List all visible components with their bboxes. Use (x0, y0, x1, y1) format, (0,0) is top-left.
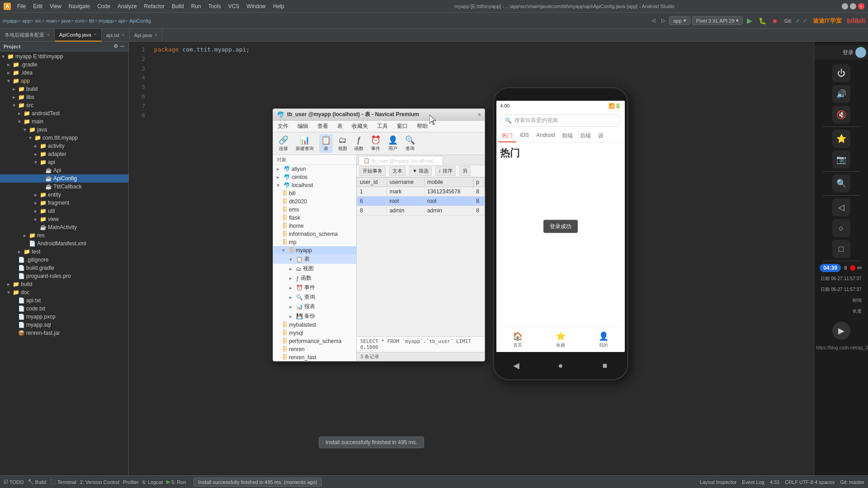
menu-navigate[interactable]: Navigate (66, 2, 93, 10)
status-terminal[interactable]: ⬛ Terminal (50, 478, 76, 487)
tree-item-build-root[interactable]: ▸ 📁 build (0, 280, 128, 288)
phone-tab-frontend[interactable]: 前端 (558, 130, 576, 142)
phone-back-btn[interactable]: ◀ (511, 360, 522, 371)
panel-camera-btn[interactable]: 📷 (832, 150, 850, 169)
tree-item-code-txt[interactable]: 📄 code.txt (0, 305, 128, 313)
col-p[interactable]: p (473, 178, 485, 187)
nav-tree-localhost[interactable]: ▾ 🐬 localhost (273, 181, 356, 189)
tree-item-build[interactable]: ▸ 📁 build (0, 85, 128, 93)
panel-square-btn[interactable]: □ (832, 240, 850, 258)
tree-item-ttitcallback[interactable]: ☕ TtitCallback (0, 183, 128, 191)
navicat-menu-tools[interactable]: 工具 (373, 121, 392, 132)
menu-window[interactable]: Window (244, 2, 269, 10)
navicat-right-tab[interactable]: 📋 tb_user @myapp (localhost)... (359, 156, 443, 165)
breadcrumb-src[interactable]: src (35, 18, 42, 23)
phone-tab-hot[interactable]: 热门 (498, 130, 516, 142)
table-row[interactable]: 6 root root 8 (357, 197, 485, 206)
phone-search-bar[interactable]: 🔍 搜索你喜爱的视频 (500, 114, 621, 127)
tree-item-doc[interactable]: ▾ 📁 doc (0, 288, 128, 296)
tree-item-main[interactable]: ▾ 📁 main (0, 117, 128, 126)
other-btn[interactable]: 另 (459, 166, 471, 176)
tree-item-test[interactable]: ▸ 📁 test (0, 248, 128, 256)
status-logcat[interactable]: 6: Logcat (142, 478, 163, 487)
nav-tree-ihome[interactable]: 🗄 ihome (273, 222, 356, 230)
breadcrumb-com[interactable]: com (75, 18, 85, 23)
col-username[interactable]: username (387, 178, 424, 187)
nav-tree-mp[interactable]: 🗄 mp (273, 238, 356, 246)
nav-tree-bill[interactable]: 🗄 bill (273, 189, 356, 197)
breadcrumb-ttit[interactable]: ttit (89, 18, 94, 23)
panel-power-btn[interactable]: ⏻ (832, 64, 850, 82)
sidebar-gear-icon[interactable]: ⚙ (113, 43, 118, 49)
tab-close-1[interactable]: × (94, 32, 97, 37)
run-config-selector[interactable]: app ▾ (669, 16, 690, 25)
nav-tree-db2020[interactable]: 🗄 db2020 (273, 197, 356, 206)
nav-tree-perf[interactable]: 🗄 performance_schema (273, 337, 356, 345)
navicat-tool-func[interactable]: ƒ 函数 (353, 135, 365, 153)
menu-tools[interactable]: Tools (206, 2, 224, 10)
minimize-button[interactable]: — (842, 3, 848, 9)
tree-item-src[interactable]: ▾ 📁 src (0, 101, 128, 109)
tab-apitxt[interactable]: api.txt × (102, 29, 130, 42)
menu-vcs[interactable]: VCS (226, 2, 242, 10)
navicat-tool-user[interactable]: 👤 用户 (386, 134, 400, 153)
tree-item-util[interactable]: ▸ 📁 util (0, 207, 128, 215)
forward-button[interactable]: ▷ (659, 17, 667, 24)
menu-file[interactable]: File (14, 2, 28, 10)
nav-tree-mysql[interactable]: 🗄 mysql (273, 329, 356, 337)
navicat-menu-table[interactable]: 表 (333, 121, 347, 132)
start-transaction-btn[interactable]: 开始事务 (359, 166, 386, 176)
nav-tree-flask[interactable]: 🗄 flask (273, 214, 356, 222)
panel-mute-btn[interactable]: 🔇 (832, 106, 850, 124)
tree-item-view[interactable]: ▸ 📁 view (0, 215, 128, 223)
tab-close-3[interactable]: × (155, 33, 157, 38)
tree-item-gradle-hidden[interactable]: ▸ 📁 .gradle (0, 61, 128, 69)
panel-vol-btn[interactable]: 🔊 (832, 85, 850, 103)
edit-icon[interactable]: ✏ (857, 264, 863, 272)
sort-btn[interactable]: ↕ 排序 (435, 166, 456, 176)
status-layout-inspector[interactable]: Layout Inspector (700, 479, 736, 485)
menu-build[interactable]: Build (169, 2, 187, 10)
debug-button[interactable]: 🐛 (756, 16, 769, 25)
breadcrumb-api[interactable]: api (118, 18, 125, 23)
status-git-branch[interactable]: Git: master (840, 479, 864, 485)
tree-item-renren-jar[interactable]: 📦 renren-fast.jar (0, 329, 128, 337)
phone-tab-android[interactable]: Android (533, 130, 558, 142)
panel-star-btn[interactable]: ⭐ (832, 130, 850, 148)
navicat-menu-file[interactable]: 文件 (273, 121, 293, 132)
nav-tree-reports[interactable]: ▸ 📊 报表 (273, 302, 356, 311)
nav-tree-tables[interactable]: ▾ 📋 表 (273, 254, 356, 264)
nav-tree-queries[interactable]: ▸ 🔍 查询 (273, 292, 356, 302)
status-run[interactable]: ▶ 5: Run (166, 478, 186, 487)
navicat-menu-view[interactable]: 查看 (313, 121, 333, 132)
tab-close-2[interactable]: × (122, 33, 125, 38)
tab-close-0[interactable]: × (47, 33, 50, 38)
nav-tree-renren[interactable]: 🗄 renren (273, 345, 356, 353)
tree-item-build-gradle[interactable]: 📄 build.gradle (0, 264, 128, 272)
tree-item-apiconfig-java[interactable]: ☕ ApiConfig (0, 174, 128, 183)
tree-item-com-ttit[interactable]: ▾ 📁 com.ttit.myapp (0, 134, 128, 142)
tree-item-fragment[interactable]: ▸ 📁 fragment (0, 199, 128, 207)
navicat-menu-edit[interactable]: 编辑 (293, 121, 313, 132)
device-selector[interactable]: Pixel 3 XL API 29 ▾ (692, 16, 743, 25)
breadcrumb-myapp[interactable]: myapp (3, 18, 18, 23)
tree-item-app[interactable]: ▾ 📁 app (0, 77, 128, 85)
status-build[interactable]: 🔨 Build (28, 478, 46, 487)
status-todo[interactable]: ☑ TODO (4, 478, 24, 487)
phone-recents-btn[interactable]: ■ (599, 360, 610, 371)
menu-code[interactable]: Code (94, 2, 113, 10)
tree-item-api[interactable]: ▾ 📁 api (0, 158, 128, 166)
panel-circle-btn[interactable]: ○ (832, 219, 850, 237)
pause-icon[interactable]: ⏸ (843, 265, 848, 271)
table-row[interactable]: 8 admin admin 8 (357, 206, 485, 216)
tree-item-myapp-sql[interactable]: 📄 myapp.sql (0, 321, 128, 329)
nav-tree-information[interactable]: 🗄 information_schema (273, 230, 356, 238)
menu-run[interactable]: Run (189, 2, 204, 10)
tree-item-entity[interactable]: ▸ 📁 entity (0, 191, 128, 199)
tab-local-config[interactable]: 本地后端服务配置 × (0, 29, 55, 42)
col-mobile[interactable]: mobile (424, 178, 473, 187)
status-profiler[interactable]: Profiler (123, 478, 139, 487)
breadcrumb-app[interactable]: app (22, 18, 30, 23)
phone-bnav-mine[interactable]: 👤 我的 (599, 331, 609, 348)
phone-tab-backend[interactable]: 后端 (576, 130, 594, 142)
